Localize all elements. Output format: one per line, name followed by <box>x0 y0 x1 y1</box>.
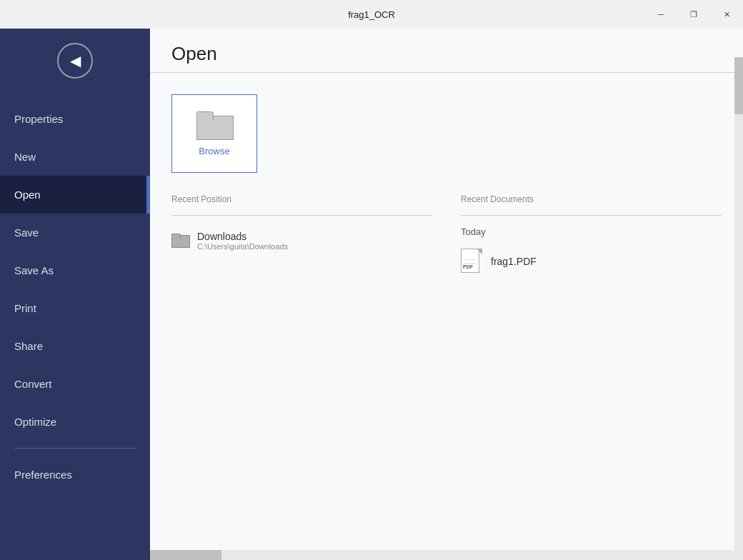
recent-position-section: Recent Position Downloads C:\Users\guita… <box>171 194 432 279</box>
sidebar: ◀ Properties New Open Save Save As Print… <box>0 29 150 560</box>
content-area: Browse Recent Position Downloads C:\User… <box>150 73 743 560</box>
sidebar-item-save-as[interactable]: Save As <box>0 251 150 289</box>
pdf-icon-label: PDF <box>463 264 473 269</box>
sidebar-item-new[interactable]: New <box>0 138 150 176</box>
recent-documents-heading: Recent Documents <box>461 194 722 204</box>
pdf-icon-line2 <box>464 263 476 264</box>
section-divider <box>171 215 432 216</box>
close-button[interactable]: ✕ <box>710 0 743 29</box>
recent-item-name: Downloads <box>197 231 288 242</box>
sidebar-divider <box>14 448 136 449</box>
sidebar-item-label: Save <box>14 226 39 239</box>
folder-icon-large <box>196 111 232 140</box>
pdf-icon-line <box>464 259 476 260</box>
sidebar-item-optimize[interactable]: Optimize <box>0 403 150 441</box>
scrollbar-thumb[interactable] <box>734 57 743 114</box>
today-label: Today <box>461 226 722 237</box>
back-icon: ◀ <box>70 52 81 69</box>
sidebar-item-convert[interactable]: Convert <box>0 365 150 403</box>
sidebar-item-label: Print <box>14 302 36 314</box>
section-divider-right <box>461 215 722 216</box>
title-bar: frag1_OCR ─ ❐ ✕ <box>0 0 743 29</box>
recent-position-heading: Recent Position <box>171 194 432 204</box>
two-column-section: Recent Position Downloads C:\Users\guita… <box>171 194 722 279</box>
sidebar-item-label: Save As <box>14 264 54 276</box>
window-controls: ─ ❐ ✕ <box>644 0 743 29</box>
sidebar-item-preferences[interactable]: Preferences <box>0 456 150 494</box>
folder-icon-small <box>171 234 189 248</box>
sidebar-item-label: Share <box>14 340 43 352</box>
sidebar-item-label: Optimize <box>14 416 56 428</box>
recent-position-item[interactable]: Downloads C:\Users\guita\Downloads <box>171 226 432 255</box>
recent-doc-item[interactable]: PDF frag1.PDF <box>461 244 722 279</box>
minimize-button[interactable]: ─ <box>644 0 677 29</box>
app-window: ◀ Properties New Open Save Save As Print… <box>0 29 743 560</box>
browse-tile[interactable]: Browse <box>171 94 257 173</box>
recent-item-info: Downloads C:\Users\guita\Downloads <box>197 231 288 251</box>
page-title: Open <box>171 43 722 65</box>
sidebar-item-print[interactable]: Print <box>0 289 150 327</box>
sidebar-item-save[interactable]: Save <box>0 214 150 251</box>
recent-item-path: C:\Users\guita\Downloads <box>197 242 288 251</box>
sidebar-item-label: Convert <box>14 378 52 390</box>
sidebar-item-open[interactable]: Open <box>0 176 150 214</box>
sidebar-item-properties[interactable]: Properties <box>0 100 150 138</box>
doc-name: frag1.PDF <box>491 256 537 267</box>
recent-documents-section: Recent Documents Today PDF frag1. <box>461 194 722 279</box>
bottom-scrollbar-thumb[interactable] <box>150 550 221 560</box>
sidebar-item-label: Open <box>14 189 41 201</box>
pdf-icon-fold <box>477 249 482 254</box>
main-content: Open Browse Recent Position Downloads <box>150 29 743 560</box>
sidebar-item-label: New <box>14 151 36 163</box>
scrollbar-track[interactable] <box>734 57 743 560</box>
bottom-scrollbar[interactable] <box>150 550 734 560</box>
browse-label: Browse <box>199 146 229 156</box>
pdf-icon: PDF <box>461 249 482 274</box>
window-title: frag1_OCR <box>348 9 395 20</box>
back-button[interactable]: ◀ <box>57 43 93 79</box>
sidebar-item-label: Properties <box>14 113 63 125</box>
sidebar-item-share[interactable]: Share <box>0 327 150 365</box>
page-header: Open <box>150 29 743 73</box>
sidebar-item-label: Preferences <box>14 469 72 481</box>
restore-button[interactable]: ❐ <box>677 0 710 29</box>
